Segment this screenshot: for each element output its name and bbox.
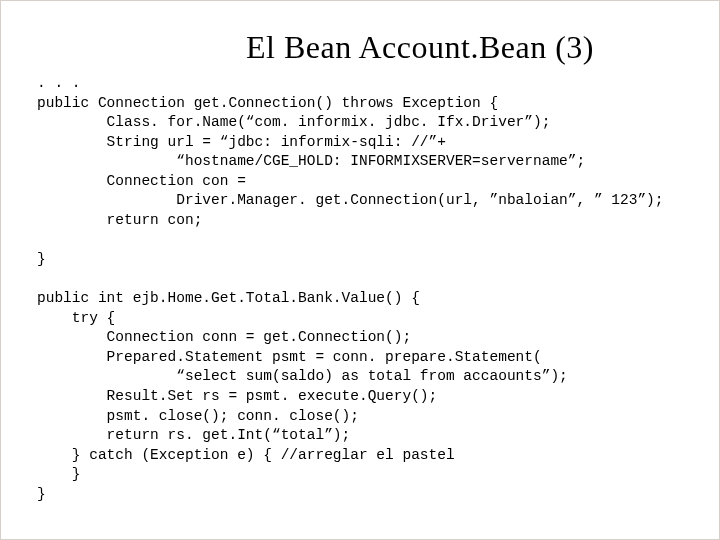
code-line: Prepared.Statement psmt = conn. prepare.… [37, 349, 542, 365]
code-line: Connection conn = get.Connection(); [37, 329, 411, 345]
code-line: } catch (Exception e) { //arreglar el pa… [37, 447, 455, 463]
code-line: “select sum(saldo) as total from accaoun… [37, 368, 568, 384]
code-line: public Connection get.Connection() throw… [37, 95, 498, 111]
code-line: Result.Set rs = psmt. execute.Query(); [37, 388, 437, 404]
code-line: } [37, 251, 46, 267]
code-line: } [37, 486, 46, 502]
code-line: Class. for.Name(“com. informix. jdbc. If… [37, 114, 550, 130]
code-line: public int ejb.Home.Get.Total.Bank.Value… [37, 290, 420, 306]
code-line: return con; [37, 212, 202, 228]
slide: El Bean Account.Bean (3) . . . public Co… [0, 0, 720, 540]
code-line: psmt. close(); conn. close(); [37, 408, 359, 424]
code-line: Connection con = [37, 173, 246, 189]
code-line: . . . [37, 75, 81, 91]
code-line: Driver.Manager. get.Connection(url, ”nba… [37, 192, 664, 208]
code-line: try { [37, 310, 115, 326]
code-line: } [37, 466, 81, 482]
slide-title: El Bean Account.Bean (3) [157, 29, 683, 66]
code-line: String url = “jdbc: informix-sqli: //”+ [37, 134, 446, 150]
code-line: “hostname/CGE_HOLD: INFORMIXSERVER=serve… [37, 153, 585, 169]
code-line: return rs. get.Int(“total”); [37, 427, 350, 443]
code-block: . . . public Connection get.Connection()… [37, 74, 683, 504]
